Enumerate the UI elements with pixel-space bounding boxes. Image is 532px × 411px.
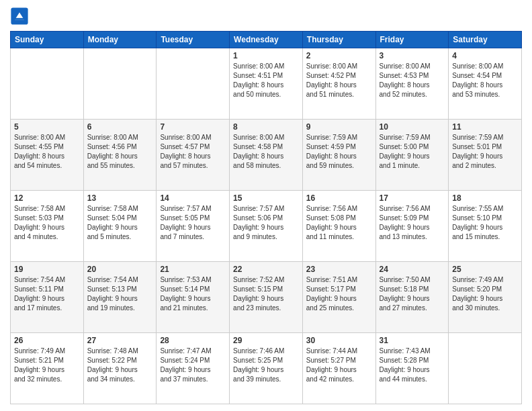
day-info: Sunrise: 7:46 AM Sunset: 5:25 PM Dayligh…	[233, 347, 299, 384]
weekday-header: Monday	[83, 32, 157, 48]
calendar-cell: 17Sunrise: 7:56 AM Sunset: 5:09 PM Dayli…	[375, 191, 449, 262]
day-info: Sunrise: 7:55 AM Sunset: 5:10 PM Dayligh…	[452, 204, 518, 242]
calendar-cell	[83, 48, 157, 120]
weekday-header: Friday	[375, 32, 449, 48]
day-number: 29	[233, 336, 299, 345]
day-number: 6	[87, 122, 153, 132]
calendar-cell: 10Sunrise: 7:59 AM Sunset: 5:00 PM Dayli…	[375, 120, 449, 191]
day-info: Sunrise: 7:49 AM Sunset: 5:20 PM Dayligh…	[452, 275, 518, 313]
weekday-header: Saturday	[449, 32, 522, 48]
day-info: Sunrise: 7:49 AM Sunset: 5:21 PM Dayligh…	[14, 347, 80, 384]
day-info: Sunrise: 7:59 AM Sunset: 5:01 PM Dayligh…	[452, 133, 518, 171]
day-info: Sunrise: 7:54 AM Sunset: 5:13 PM Dayligh…	[87, 275, 153, 313]
calendar-cell: 22Sunrise: 7:52 AM Sunset: 5:15 PM Dayli…	[230, 262, 303, 333]
calendar-week-row: 26Sunrise: 7:49 AM Sunset: 5:21 PM Dayli…	[11, 333, 522, 404]
day-number: 27	[87, 336, 153, 345]
calendar-cell: 6Sunrise: 8:00 AM Sunset: 4:56 PM Daylig…	[83, 120, 157, 191]
calendar-week-row: 12Sunrise: 7:58 AM Sunset: 5:03 PM Dayli…	[11, 191, 522, 262]
day-info: Sunrise: 7:47 AM Sunset: 5:24 PM Dayligh…	[160, 347, 226, 384]
calendar-cell: 9Sunrise: 7:59 AM Sunset: 4:59 PM Daylig…	[302, 120, 375, 191]
day-info: Sunrise: 7:58 AM Sunset: 5:04 PM Dayligh…	[87, 204, 153, 242]
calendar-cell: 2Sunrise: 8:00 AM Sunset: 4:52 PM Daylig…	[302, 48, 375, 120]
day-info: Sunrise: 7:51 AM Sunset: 5:17 PM Dayligh…	[306, 275, 372, 313]
day-info: Sunrise: 8:00 AM Sunset: 4:55 PM Dayligh…	[14, 133, 80, 171]
calendar-cell: 13Sunrise: 7:58 AM Sunset: 5:04 PM Dayli…	[83, 191, 157, 262]
page: SundayMondayTuesdayWednesdayThursdayFrid…	[0, 0, 532, 411]
day-info: Sunrise: 7:44 AM Sunset: 5:27 PM Dayligh…	[306, 347, 372, 384]
day-number: 17	[380, 193, 445, 203]
day-info: Sunrise: 7:43 AM Sunset: 5:28 PM Dayligh…	[380, 347, 445, 384]
day-number: 10	[380, 122, 445, 132]
calendar-cell	[11, 48, 84, 120]
calendar-cell: 18Sunrise: 7:55 AM Sunset: 5:10 PM Dayli…	[449, 191, 522, 262]
calendar-cell: 5Sunrise: 8:00 AM Sunset: 4:55 PM Daylig…	[11, 120, 84, 191]
calendar-cell: 21Sunrise: 7:53 AM Sunset: 5:14 PM Dayli…	[157, 262, 230, 333]
header	[10, 7, 522, 26]
day-info: Sunrise: 7:57 AM Sunset: 5:06 PM Dayligh…	[233, 204, 299, 242]
calendar-cell: 25Sunrise: 7:49 AM Sunset: 5:20 PM Dayli…	[449, 262, 522, 333]
day-info: Sunrise: 7:59 AM Sunset: 4:59 PM Dayligh…	[306, 133, 372, 171]
calendar-cell	[449, 333, 522, 404]
weekday-header: Sunday	[11, 32, 84, 48]
calendar-cell: 19Sunrise: 7:54 AM Sunset: 5:11 PM Dayli…	[11, 262, 84, 333]
day-number: 7	[160, 122, 226, 132]
day-number: 15	[233, 193, 299, 203]
calendar-header-row: SundayMondayTuesdayWednesdayThursdayFrid…	[11, 32, 522, 48]
calendar-week-row: 5Sunrise: 8:00 AM Sunset: 4:55 PM Daylig…	[11, 120, 522, 191]
day-number: 12	[14, 193, 80, 203]
day-number: 11	[452, 122, 518, 132]
calendar-cell: 12Sunrise: 7:58 AM Sunset: 5:03 PM Dayli…	[11, 191, 84, 262]
calendar-cell: 31Sunrise: 7:43 AM Sunset: 5:28 PM Dayli…	[375, 333, 449, 404]
logo-icon	[10, 7, 29, 26]
calendar-cell: 3Sunrise: 8:00 AM Sunset: 4:53 PM Daylig…	[375, 48, 449, 120]
calendar-cell: 16Sunrise: 7:56 AM Sunset: 5:08 PM Dayli…	[302, 191, 375, 262]
day-info: Sunrise: 8:00 AM Sunset: 4:58 PM Dayligh…	[233, 133, 299, 171]
day-number: 28	[160, 336, 226, 345]
calendar-cell: 30Sunrise: 7:44 AM Sunset: 5:27 PM Dayli…	[302, 333, 375, 404]
day-number: 26	[14, 336, 80, 345]
calendar-cell: 11Sunrise: 7:59 AM Sunset: 5:01 PM Dayli…	[449, 120, 522, 191]
calendar-table: SundayMondayTuesdayWednesdayThursdayFrid…	[10, 31, 522, 404]
day-number: 24	[380, 265, 445, 274]
day-number: 23	[306, 265, 372, 274]
calendar-cell: 1Sunrise: 8:00 AM Sunset: 4:51 PM Daylig…	[230, 48, 303, 120]
day-info: Sunrise: 7:56 AM Sunset: 5:09 PM Dayligh…	[380, 204, 445, 242]
day-number: 22	[233, 265, 299, 274]
day-info: Sunrise: 7:50 AM Sunset: 5:18 PM Dayligh…	[380, 275, 445, 313]
calendar-cell: 8Sunrise: 8:00 AM Sunset: 4:58 PM Daylig…	[230, 120, 303, 191]
logo	[10, 7, 32, 26]
day-number: 19	[14, 265, 80, 274]
day-info: Sunrise: 7:57 AM Sunset: 5:05 PM Dayligh…	[160, 204, 226, 242]
day-info: Sunrise: 7:48 AM Sunset: 5:22 PM Dayligh…	[87, 347, 153, 384]
day-info: Sunrise: 8:00 AM Sunset: 4:52 PM Dayligh…	[306, 62, 372, 99]
day-info: Sunrise: 7:56 AM Sunset: 5:08 PM Dayligh…	[306, 204, 372, 242]
day-number: 9	[306, 122, 372, 132]
day-number: 8	[233, 122, 299, 132]
day-number: 21	[160, 265, 226, 274]
day-info: Sunrise: 8:00 AM Sunset: 4:56 PM Dayligh…	[87, 133, 153, 171]
calendar-cell: 7Sunrise: 8:00 AM Sunset: 4:57 PM Daylig…	[157, 120, 230, 191]
calendar-cell: 4Sunrise: 8:00 AM Sunset: 4:54 PM Daylig…	[449, 48, 522, 120]
day-info: Sunrise: 8:00 AM Sunset: 4:57 PM Dayligh…	[160, 133, 226, 171]
day-number: 2	[306, 51, 372, 60]
calendar-cell: 28Sunrise: 7:47 AM Sunset: 5:24 PM Dayli…	[157, 333, 230, 404]
weekday-header: Thursday	[302, 32, 375, 48]
day-info: Sunrise: 7:53 AM Sunset: 5:14 PM Dayligh…	[160, 275, 226, 313]
calendar-cell: 23Sunrise: 7:51 AM Sunset: 5:17 PM Dayli…	[302, 262, 375, 333]
day-number: 16	[306, 193, 372, 203]
day-number: 18	[452, 193, 518, 203]
calendar-cell: 24Sunrise: 7:50 AM Sunset: 5:18 PM Dayli…	[375, 262, 449, 333]
calendar-cell	[157, 48, 230, 120]
day-number: 30	[306, 336, 372, 345]
day-number: 31	[380, 336, 445, 345]
day-number: 14	[160, 193, 226, 203]
svg-rect-2	[15, 18, 24, 20]
day-number: 20	[87, 265, 153, 274]
calendar-cell: 20Sunrise: 7:54 AM Sunset: 5:13 PM Dayli…	[83, 262, 157, 333]
day-info: Sunrise: 7:54 AM Sunset: 5:11 PM Dayligh…	[14, 275, 80, 313]
day-number: 1	[233, 51, 299, 60]
calendar-week-row: 1Sunrise: 8:00 AM Sunset: 4:51 PM Daylig…	[11, 48, 522, 120]
weekday-header: Tuesday	[157, 32, 230, 48]
day-info: Sunrise: 8:00 AM Sunset: 4:54 PM Dayligh…	[452, 62, 518, 99]
calendar-cell: 29Sunrise: 7:46 AM Sunset: 5:25 PM Dayli…	[230, 333, 303, 404]
